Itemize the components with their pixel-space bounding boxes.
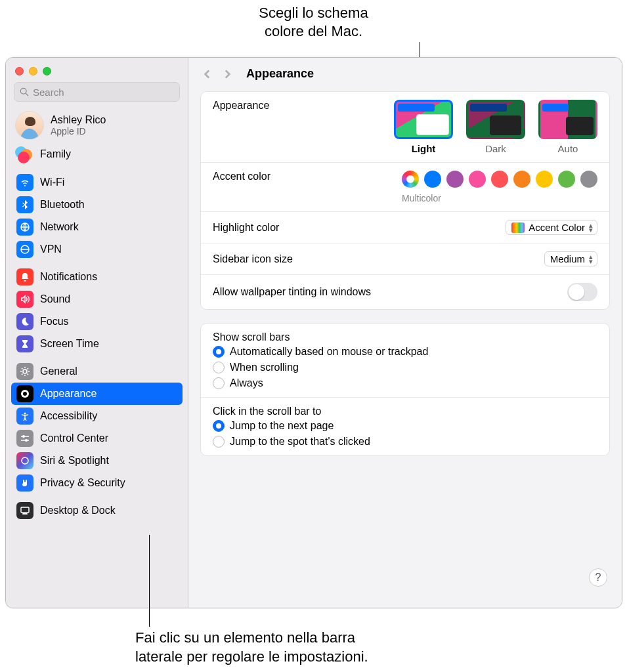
sidebar-item-label: Sound	[40, 293, 70, 305]
wifi-icon	[16, 174, 33, 191]
sidebar-item-label: Wi-Fi	[40, 177, 64, 188]
sidebar-group-3: General Appearance Accessibility Control…	[6, 358, 188, 497]
appearance-options: Light Dark Auto	[394, 100, 597, 154]
sidebar-item-label: Bluetooth	[40, 199, 85, 211]
appearance-caption: Dark	[485, 143, 506, 154]
sidebar-item-appearance[interactable]: Appearance	[11, 383, 183, 405]
sidebar-item-siri[interactable]: Siri & Spotlight	[11, 450, 183, 472]
accent-swatch-graphite[interactable]	[580, 171, 597, 188]
accent-swatch-blue[interactable]	[424, 171, 441, 188]
main-content: Appearance Appearance Light Dark	[188, 58, 622, 608]
dark-thumb	[466, 100, 525, 139]
account-name: Ashley Rico	[51, 114, 106, 126]
click-radio-nextpage[interactable]: Jump to the next page	[213, 420, 597, 432]
sidebar-item-accessibility[interactable]: Accessibility	[11, 405, 183, 427]
account-row[interactable]: Ashley Rico Apple ID	[6, 108, 188, 142]
radio-label: Jump to the spot that's clicked	[230, 436, 370, 448]
back-button[interactable]	[202, 68, 213, 80]
sidebar-item-notifications[interactable]: Notifications	[11, 266, 183, 288]
family-icon	[15, 146, 33, 162]
focus-icon	[16, 313, 33, 330]
click-heading: Click in the scroll bar to	[213, 406, 597, 417]
highlight-label: Highlight color	[213, 222, 279, 234]
forward-button[interactable]	[221, 68, 233, 80]
sidebar-item-label: Notifications	[40, 271, 97, 283]
toolbar: Appearance	[188, 58, 622, 87]
family-row[interactable]: Family	[6, 142, 188, 169]
help-button[interactable]: ?	[589, 568, 607, 587]
accent-swatch-green[interactable]	[558, 171, 575, 188]
chevron-updown-icon: ▴▾	[589, 255, 593, 263]
sound-icon	[16, 291, 33, 308]
sidebar-item-sound[interactable]: Sound	[11, 288, 183, 310]
accent-selected-name: Multicolor	[402, 193, 441, 203]
appearance-option-light[interactable]: Light	[394, 100, 453, 154]
sidebar-item-focus[interactable]: Focus	[11, 310, 183, 333]
gradient-icon	[511, 222, 525, 233]
svg-point-10	[22, 457, 28, 464]
bluetooth-icon	[16, 196, 33, 213]
sidebar-item-general[interactable]: General	[11, 360, 183, 383]
sidebar-item-wifi[interactable]: Wi-Fi	[11, 171, 183, 194]
callout-top: Scegli lo schema colore del Mac.	[0, 4, 627, 40]
callout-bottom: Fai clic su un elemento nella barra late…	[135, 629, 477, 666]
accent-swatch-red[interactable]	[491, 171, 508, 188]
accent-swatch-purple[interactable]	[446, 171, 464, 188]
sidebar-group-4: Desktop & Dock	[6, 497, 188, 524]
scroll-radio-scrolling[interactable]: When scrolling	[213, 362, 597, 373]
sliders-icon	[16, 430, 33, 447]
svg-line-1	[26, 93, 28, 96]
radio-label: When scrolling	[230, 362, 299, 373]
accent-swatch-orange[interactable]	[513, 171, 530, 188]
click-radio-spot[interactable]: Jump to the spot that's clicked	[213, 436, 597, 448]
callout-line-bottom	[149, 535, 150, 627]
accent-swatch-multicolor[interactable]	[402, 171, 419, 188]
zoom-button[interactable]	[43, 67, 51, 75]
settings-window: Search Ashley Rico Apple ID Family Wi-Fi…	[5, 57, 622, 608]
desktop-icon	[16, 502, 33, 519]
sidebar-item-controlcenter[interactable]: Control Center	[11, 427, 183, 450]
auto-thumb	[538, 100, 597, 139]
sidebar-size-dropdown[interactable]: Medium ▴▾	[544, 251, 597, 266]
sidebar-item-privacy[interactable]: Privacy & Security	[11, 472, 183, 494]
sidebar-item-screentime[interactable]: Screen Time	[11, 333, 183, 355]
sidebar-item-label: Siri & Spotlight	[40, 455, 109, 467]
hand-icon	[16, 474, 33, 492]
minimize-button[interactable]	[29, 67, 37, 75]
sidebar-group-2: Notifications Sound Focus Screen Time	[6, 263, 188, 358]
sidebar-item-label: Focus	[40, 316, 69, 327]
close-button[interactable]	[15, 67, 24, 75]
sidebar-size-value: Medium	[550, 253, 585, 264]
sidebar-item-desktop[interactable]: Desktop & Dock	[11, 499, 183, 522]
radio-label: Automatically based on mouse or trackpad	[230, 346, 428, 358]
sidebar-size-label: Sidebar icon size	[213, 253, 293, 265]
accent-swatch-yellow[interactable]	[536, 171, 553, 188]
appearance-option-auto[interactable]: Auto	[538, 100, 597, 154]
help-label: ?	[595, 572, 601, 583]
appearance-option-dark[interactable]: Dark	[466, 100, 525, 154]
sidebar-item-label: Accessibility	[40, 410, 97, 422]
sidebar-item-label: Screen Time	[40, 338, 99, 350]
siri-icon	[16, 452, 33, 469]
scroll-radio-always[interactable]: Always	[213, 377, 597, 389]
radio-label: Jump to the next page	[230, 420, 334, 432]
sidebar-item-label: Privacy & Security	[40, 477, 125, 489]
scroll-radio-auto[interactable]: Automatically based on mouse or trackpad	[213, 346, 597, 358]
scroll-panel: Show scroll bars Automatically based on …	[200, 323, 610, 456]
sidebar-item-label: Desktop & Dock	[40, 505, 116, 516]
tinting-toggle[interactable]	[567, 283, 597, 301]
sidebar-item-vpn[interactable]: VPN	[11, 238, 183, 261]
appearance-caption: Light	[412, 143, 436, 154]
accent-label: Accent color	[213, 171, 270, 182]
hourglass-icon	[16, 335, 33, 352]
sidebar-item-label: Control Center	[40, 432, 108, 444]
sidebar-item-network[interactable]: Network	[11, 216, 183, 238]
appearance-caption: Auto	[558, 143, 578, 154]
search-input[interactable]: Search	[14, 82, 180, 102]
accent-swatch-pink[interactable]	[469, 171, 486, 188]
sidebar-item-label: VPN	[40, 243, 62, 255]
bell-icon	[16, 268, 33, 285]
sidebar-item-bluetooth[interactable]: Bluetooth	[11, 194, 183, 216]
highlight-value: Accent Color	[529, 222, 585, 233]
highlight-dropdown[interactable]: Accent Color ▴▾	[506, 220, 597, 235]
